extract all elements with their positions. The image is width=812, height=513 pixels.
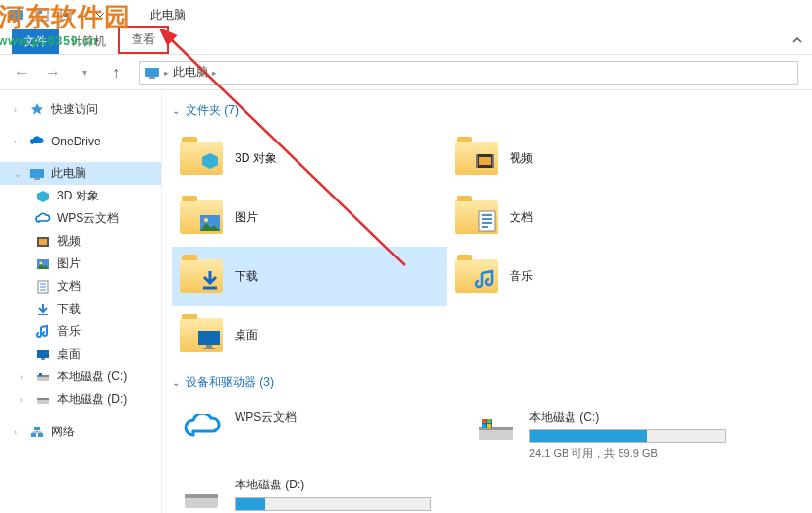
cloud-icon (180, 409, 223, 448)
expand-icon[interactable]: › (20, 372, 29, 382)
sidebar-item-label: 视频 (57, 233, 81, 250)
star-icon (29, 102, 45, 118)
sidebar-item-videos[interactable]: 视频 (0, 230, 161, 253)
sidebar-item-documents[interactable]: 文档 (0, 275, 161, 298)
sidebar-item-label: 网络 (51, 424, 75, 440)
svg-rect-18 (41, 358, 45, 360)
sidebar-item-onedrive[interactable]: › OneDrive (0, 131, 161, 152)
sidebar-item-label: OneDrive (51, 135, 101, 148)
svg-rect-7 (30, 169, 44, 178)
folder-3d-objects[interactable]: 3D 对象 (172, 129, 447, 188)
svg-rect-50 (185, 494, 218, 498)
pc-icon (29, 166, 45, 182)
folder-icon (180, 139, 223, 178)
tile-label: 音乐 (510, 268, 533, 285)
system-icon (8, 7, 24, 23)
sidebar-item-this-pc[interactable]: ⌄ 此电脑 (0, 162, 161, 185)
drive-d[interactable]: 本地磁盘 (D:) 147 GB 可用，共 172 GB (172, 469, 466, 513)
sidebar-item-pictures[interactable]: 图片 (0, 253, 161, 275)
back-button[interactable]: ← (8, 59, 35, 86)
svg-rect-46 (487, 419, 491, 423)
sidebar-item-3d-objects[interactable]: 3D 对象 (0, 185, 161, 207)
tile-label: 桌面 (235, 327, 258, 344)
tab-computer[interactable]: 计算机 (59, 29, 118, 54)
tile-label: 文档 (510, 209, 533, 226)
drive-icon (35, 370, 51, 385)
music-icon (35, 324, 51, 340)
svg-rect-23 (37, 398, 49, 400)
section-header-devices[interactable]: ⌄ 设备和驱动器 (3) (162, 370, 812, 395)
qat-dropdown-icon[interactable] (89, 4, 111, 26)
expand-icon[interactable]: ⌄ (14, 169, 24, 179)
chevron-right-icon[interactable]: ▸ (164, 68, 169, 78)
cube-icon (35, 189, 51, 204)
expand-icon[interactable]: › (14, 105, 24, 115)
svg-rect-47 (482, 424, 486, 428)
expand-icon[interactable]: › (20, 395, 29, 405)
ribbon-expand-icon[interactable] (790, 33, 804, 47)
svg-rect-10 (39, 239, 47, 245)
svg-rect-26 (34, 427, 40, 430)
folder-desktop[interactable]: 桌面 (172, 306, 447, 365)
folder-videos[interactable]: 视频 (447, 129, 722, 188)
section-header-folders[interactable]: ⌄ 文件夹 (7) (162, 98, 812, 123)
sidebar-item-drive-c[interactable]: ›本地磁盘 (C:) (0, 366, 161, 388)
drive-wps[interactable]: WPS云文档 (172, 401, 466, 469)
expand-icon[interactable]: › (14, 137, 24, 146)
folder-music[interactable]: 音乐 (447, 247, 722, 306)
window-title: 此电脑 (150, 7, 186, 24)
svg-rect-2 (36, 9, 48, 21)
sidebar-item-label: 桌面 (57, 346, 81, 363)
network-icon (29, 425, 45, 440)
expand-icon[interactable]: › (14, 428, 24, 437)
drive-icon (474, 409, 517, 448)
breadcrumb-root[interactable]: 此电脑 (173, 64, 208, 81)
sidebar-item-music[interactable]: 音乐 (0, 320, 161, 343)
drive-label: 本地磁盘 (C:) (529, 409, 753, 426)
drive-usage-bar (529, 429, 726, 443)
svg-rect-30 (492, 154, 494, 168)
pc-icon (144, 65, 160, 81)
forward-button: → (39, 59, 67, 86)
main-area: › 快速访问 › OneDrive ⌄ 此电脑 3D 对象 WPS云文档 视频 … (0, 90, 812, 513)
sidebar-item-network[interactable]: › 网络 (0, 421, 161, 443)
film-icon (35, 234, 51, 250)
up-button[interactable]: ↑ (102, 59, 130, 86)
drive-icon (35, 392, 51, 408)
cloud-icon (35, 211, 51, 227)
folder-icon (180, 256, 223, 296)
folder-downloads[interactable]: 下载 (172, 247, 447, 306)
drive-icon (180, 477, 223, 513)
sidebar-item-label: 此电脑 (51, 165, 86, 182)
sidebar-item-label: 本地磁盘 (C:) (57, 369, 127, 385)
qat-properties-icon[interactable] (31, 4, 53, 26)
svg-rect-28 (479, 157, 491, 165)
sidebar-item-wps[interactable]: WPS云文档 (0, 207, 161, 230)
address-bar: ← → ▾ ↑ ▸ 此电脑 ▸ (0, 55, 812, 90)
address-path[interactable]: ▸ 此电脑 ▸ (139, 61, 798, 85)
svg-rect-1 (13, 20, 19, 22)
sidebar-item-desktop[interactable]: 桌面 (0, 343, 161, 366)
document-icon (35, 279, 51, 295)
svg-rect-8 (34, 178, 40, 180)
qat-undo-icon[interactable] (55, 4, 77, 26)
sidebar-item-drive-d[interactable]: ›本地磁盘 (D:) (0, 388, 161, 411)
tab-view[interactable]: 查看 (118, 26, 169, 54)
chevron-right-icon[interactable]: ▸ (212, 68, 217, 78)
drive-label: 本地磁盘 (D:) (235, 477, 459, 493)
folder-documents[interactable]: 文档 (447, 188, 722, 247)
svg-rect-45 (482, 419, 486, 423)
folder-icon (455, 256, 498, 296)
chevron-down-icon: ⌄ (172, 105, 180, 116)
folder-pictures[interactable]: 图片 (172, 188, 447, 247)
svg-rect-3 (38, 11, 42, 14)
sidebar-item-downloads[interactable]: 下载 (0, 298, 161, 320)
devices-grid: WPS云文档 本地磁盘 (C:) 24.1 GB 可用，共 59.9 GB (162, 395, 812, 513)
drive-c[interactable]: 本地磁盘 (C:) 24.1 GB 可用，共 59.9 GB (466, 401, 761, 469)
sidebar-item-quick-access[interactable]: › 快速访问 (0, 98, 161, 121)
chevron-down-icon: ⌄ (172, 377, 180, 388)
svg-rect-39 (198, 331, 220, 345)
tab-file[interactable]: 文件 (12, 29, 59, 54)
recent-dropdown-icon[interactable]: ▾ (71, 59, 98, 86)
tile-label: 图片 (235, 209, 258, 226)
